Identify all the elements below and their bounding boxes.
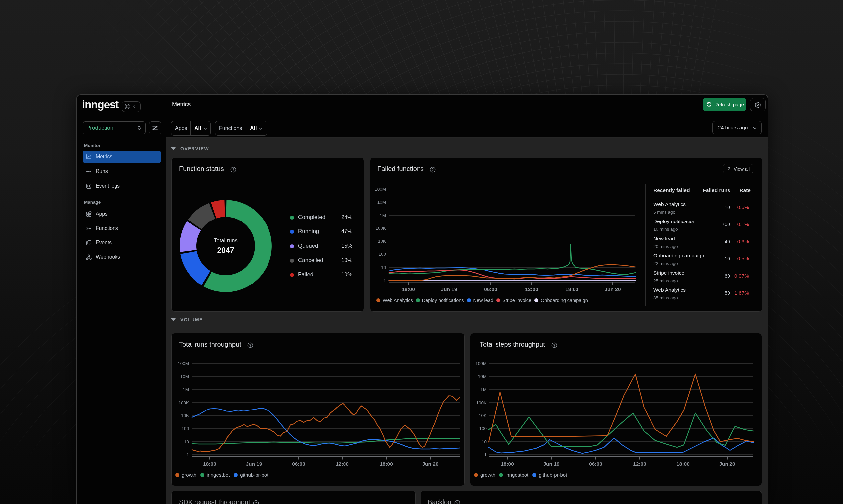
svg-text:18:00: 18:00 bbox=[501, 461, 514, 467]
svg-text:Jun 19: Jun 19 bbox=[543, 461, 559, 467]
svg-text:Jun 20: Jun 20 bbox=[719, 461, 735, 467]
svg-text:10: 10 bbox=[482, 439, 486, 444]
svg-text:18:00: 18:00 bbox=[676, 461, 690, 467]
svg-text:10K: 10K bbox=[479, 413, 486, 418]
svg-text:1: 1 bbox=[484, 452, 486, 457]
svg-text:100K: 100K bbox=[476, 400, 486, 405]
svg-text:1M: 1M bbox=[480, 387, 486, 392]
svg-text:100M: 100M bbox=[475, 361, 486, 366]
svg-text:10M: 10M bbox=[478, 374, 486, 379]
svg-text:12:00: 12:00 bbox=[633, 461, 646, 467]
svg-text:06:00: 06:00 bbox=[589, 461, 602, 467]
svg-text:100: 100 bbox=[479, 426, 486, 431]
